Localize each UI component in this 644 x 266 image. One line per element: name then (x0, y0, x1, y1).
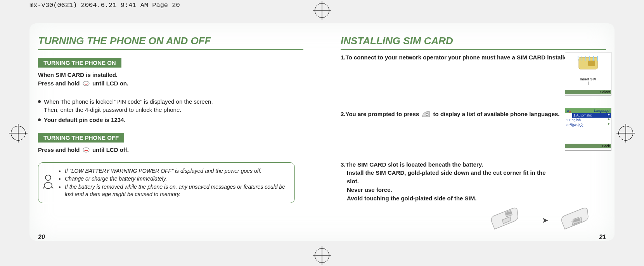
right-title: INSTALLING SIM CARD (341, 35, 606, 47)
paper-spread: TURNING THE PHONE ON AND OFF TURNING THE… (29, 23, 615, 241)
registration-mark-top (315, 3, 329, 18)
bullet-default-pin: Your default pin code is 1234. (38, 116, 303, 124)
note-item: Change or charge the battery immediately… (65, 175, 288, 183)
svg-rect-5 (588, 61, 595, 66)
language-row: 1.Automatic (572, 113, 611, 118)
proof-header-line: mx-v30(0621) 2004.6.21 9:41 AM Page 20 (29, 2, 180, 9)
svg-point-1 (83, 148, 89, 152)
page-number-left: 20 (38, 234, 45, 241)
bullet-dot-icon (38, 118, 41, 121)
figure-softkey-back: Back (565, 144, 611, 148)
left-title: TURNING THE PHONE ON AND OFF (38, 35, 303, 47)
note-box: If "LOW BATTERY WARNING POWER OFF" is di… (38, 162, 295, 203)
chevron-right-icon (608, 118, 610, 120)
language-row: 2.English (565, 118, 611, 122)
figure-softkey-select: Select (565, 90, 611, 94)
chevron-right-icon (608, 123, 610, 125)
title-underline (341, 49, 606, 50)
arrow-right-icon: ➤ (542, 216, 549, 225)
band-turning-off: TURNING THE PHONE OFF (38, 133, 124, 143)
svg-text:B: B (569, 111, 571, 113)
phone-illustration-row: SIM ➤ SIM (487, 206, 604, 235)
bullet-pin-code-text: When The phone is locked "PIN code" is d… (44, 97, 213, 115)
figure-insert-sim-label: Insert SIM | (565, 74, 611, 90)
page-right: INSTALLING SIM CARD 1.To connect to your… (322, 23, 615, 241)
chevron-right-icon (608, 113, 610, 116)
note-item: If the battery is removed while the phon… (65, 183, 288, 198)
language-row: 3.简体中文 (565, 122, 611, 128)
press-hold-off-suffix: until LCD off. (92, 146, 129, 153)
press-hold-on-suffix: until LCD on. (92, 80, 128, 87)
step-3: 3.The SIM CARD slot is located beneath t… (341, 160, 558, 203)
step-3-head: 3.The SIM CARD slot is located beneath t… (341, 160, 558, 169)
svg-point-12 (426, 113, 428, 116)
registration-mark-right (618, 126, 633, 141)
phone-closed-back-icon: SIM (557, 206, 604, 235)
band-turning-on: TURNING THE PHONE ON (38, 58, 121, 68)
step-3-line1: Install the SIM CARD, gold-plated side d… (341, 169, 558, 186)
svg-point-2 (45, 175, 51, 181)
registration-mark-left (11, 126, 26, 141)
title-underline (38, 49, 303, 50)
svg-point-3 (44, 183, 52, 189)
nav-key-icon (422, 111, 430, 120)
press-hold-off-prefix: Press and hold (38, 146, 80, 153)
page-left: TURNING THE PHONE ON AND OFF TURNING THE… (29, 23, 322, 241)
step-3-line2: Never use force. (341, 186, 558, 194)
svg-point-0 (83, 81, 89, 86)
page-number-right: 21 (599, 234, 606, 241)
note-item: If "LOW BATTERY WARNING POWER OFF" is di… (65, 167, 288, 175)
language-globe-icon: AB (567, 109, 572, 113)
end-key-icon (83, 147, 90, 155)
text-press-hold-off: Press and hold until LCD off. (38, 146, 303, 155)
end-key-icon (83, 80, 90, 89)
step-3-line3: Avoid touching the gold-plated side of t… (341, 194, 558, 203)
figure-language-list: AB Language 1.Automatic 2.English 3.简体中文 (565, 108, 611, 151)
sim-card-art-icon (565, 52, 611, 74)
bullet-default-pin-text: Your default pin code is 1234. (44, 116, 126, 124)
text-sim-installed: When SIM CARD is installed. (38, 71, 303, 79)
bullet-pin-code: When The phone is locked "PIN code" is d… (38, 97, 303, 115)
bullet-dot-icon (38, 100, 41, 103)
figure-language-header: AB Language (565, 108, 611, 113)
figure-insert-sim: Insert SIM | Select (565, 52, 611, 96)
registration-mark-bottom (315, 248, 329, 263)
phone-open-back-icon: SIM (487, 206, 533, 235)
press-hold-on-prefix: Press and hold (38, 80, 80, 87)
text-press-hold-on: Press and hold until LCD on. (38, 79, 303, 89)
note-person-icon (42, 174, 55, 191)
